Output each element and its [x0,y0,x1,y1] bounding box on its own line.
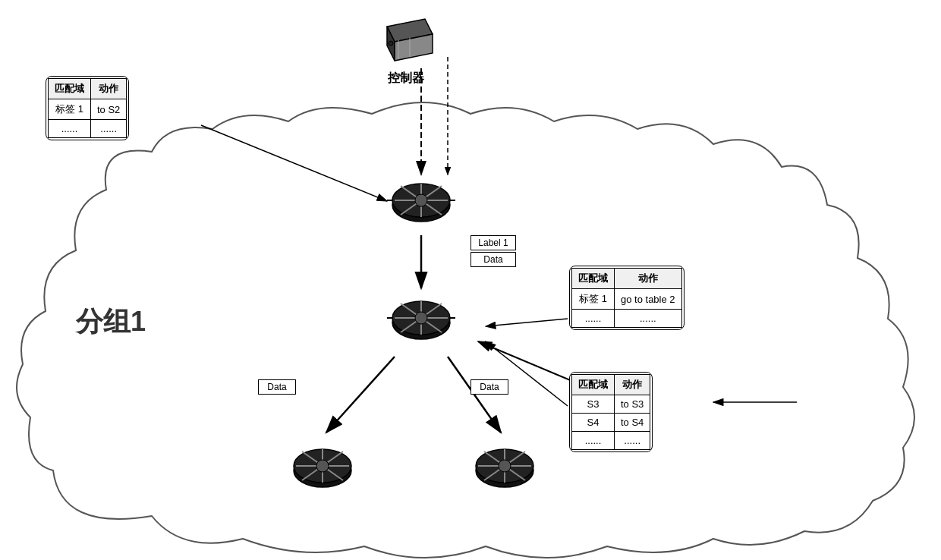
router-bl-icon [288,440,357,501]
table-top-left-content: 匹配域 动作 标签 1 to S2 ...... ...... [48,78,127,138]
table-row: 标签 1 go to table 2 [572,289,682,310]
router-middle-icon [387,292,455,353]
row2-match: ...... [572,310,615,328]
row1-action: to S2 [91,99,127,120]
row1-action: to S3 [615,395,650,414]
mid-to-left-arrow [326,357,395,433]
controller-label: 控制器 [372,71,440,87]
col-match-r2: 匹配域 [572,375,615,395]
svg-line-42 [486,319,568,326]
row2-action: ...... [91,120,127,138]
col-match-r1: 匹配域 [572,269,615,289]
table-row: S3 to S3 [572,395,650,414]
col-match-1: 匹配域 [49,79,91,99]
router-top-icon [387,175,455,235]
row3-match: ...... [572,432,615,450]
row1-match: 标签 1 [572,289,615,310]
svg-point-14 [415,194,427,206]
row1-action: go to table 2 [615,289,682,310]
router-bottom-left [288,440,357,504]
col-action-r1: 动作 [615,269,682,289]
table-right-upper-content: 匹配域 动作 标签 1 go to table 2 ...... ...... [571,268,682,328]
row2-action: to S4 [615,414,650,432]
cloud-outline [17,102,914,558]
controller: 控制器 [372,11,440,87]
row2-action: ...... [615,310,682,328]
table-right-upper: 匹配域 动作 标签 1 go to table 2 ...... ...... [569,266,685,330]
col-action-r2: 动作 [615,375,650,395]
svg-point-7 [389,41,393,46]
table-row: ...... ...... [49,120,127,138]
row1-match: 标签 1 [49,99,91,120]
row1-match: S3 [572,395,615,414]
svg-point-23 [415,312,427,324]
table-top-left: 匹配域 动作 标签 1 to S2 ...... ...... [46,76,129,140]
router-br-icon [470,440,539,501]
packet-data3: Data [470,379,508,395]
packet-data2: Data [258,379,296,395]
table-row: ...... ...... [572,432,650,450]
table-right-lower: 匹配域 动作 S3 to S3 S4 to S4 ...... ...... [569,372,653,452]
diagram: 控制器 [0,0,941,560]
controller-icon [372,11,440,64]
table-right-lower-content: 匹配域 动作 S3 to S3 S4 to S4 ...... ...... [571,374,650,450]
packet-data1: Data [470,252,516,267]
svg-line-41 [201,125,387,201]
group-label: 分组1 [76,304,146,341]
svg-point-39 [499,460,511,472]
row2-match: S4 [572,414,615,432]
row2-match: ...... [49,120,91,138]
col-action-1: 动作 [91,79,127,99]
router-bottom-right [470,440,539,504]
table-row: 标签 1 to S2 [49,99,127,120]
row3-action: ...... [615,432,650,450]
svg-line-43 [486,341,568,406]
table-row: ...... ...... [572,310,682,328]
table-row: S4 to S4 [572,414,650,432]
router-middle [387,292,455,356]
router-top [387,175,455,238]
packet-label1: Label 1 [470,235,516,250]
mid-to-right-arrow [448,357,501,433]
svg-point-32 [316,460,329,472]
